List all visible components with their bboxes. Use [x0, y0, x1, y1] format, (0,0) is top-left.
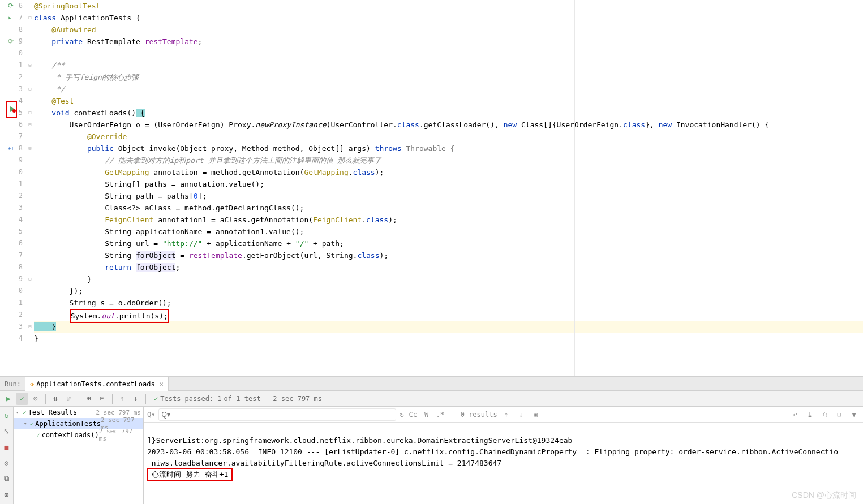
- line-number: 1: [19, 299, 23, 307]
- select-all-icon[interactable]: ▣: [530, 409, 542, 420]
- run-panel-label: Run:: [0, 380, 25, 388]
- show-passed-button[interactable]: ✓: [16, 393, 28, 405]
- line-number: 9: [19, 275, 23, 283]
- run-button[interactable]: ▶: [2, 393, 15, 405]
- line-number: 6: [19, 2, 23, 10]
- run-icon[interactable]: [9, 106, 16, 113]
- search-icon: Q▾: [147, 411, 155, 419]
- console-search-bar: Q▾ ↻ Cc W .* 0 results ↑ ↓ ▣ ↩ ⤓ ⎙: [144, 407, 863, 423]
- tree-method-row[interactable]: ✓ contextLoads() 2 sec 797 ms: [14, 429, 143, 441]
- fold-toggle[interactable]: ⊟: [26, 119, 34, 131]
- prev-button[interactable]: ↑: [116, 393, 128, 405]
- line-number: 2: [19, 73, 23, 81]
- soft-wrap-icon[interactable]: ↩: [789, 409, 801, 420]
- line-number: 9: [19, 37, 23, 45]
- line-number: 8: [19, 25, 23, 33]
- next-button[interactable]: ↓: [130, 393, 142, 405]
- check-icon: ✓: [36, 432, 40, 439]
- word-toggle[interactable]: W: [421, 409, 432, 420]
- fold-toggle[interactable]: ⊟: [26, 59, 34, 71]
- sort-button[interactable]: ⇅: [49, 393, 62, 405]
- pin-button[interactable]: ⎋: [1, 456, 13, 469]
- line-number: 4: [19, 216, 23, 223]
- side-toolbar: ↻ ⤡ ■ ⎋ ⧉ ⚙: [0, 407, 14, 504]
- highlighted-output: 心流时间 努力 奋斗+1: [147, 468, 233, 481]
- line-number: 3: [19, 204, 23, 212]
- line-number: 2: [19, 192, 23, 200]
- annotation: @SpringBootTest: [34, 2, 100, 10]
- line-number: 1: [19, 61, 23, 69]
- line-number: 0: [19, 287, 23, 295]
- sort-alpha-button[interactable]: ⇵: [63, 393, 75, 405]
- fold-column: ⊟ ⊟ ⊟ ⊟ ⊟ ⊟ ⊟ ⊟: [26, 0, 34, 376]
- toggle-button[interactable]: ⤡: [1, 425, 13, 437]
- line-gutter: 6⟳ 7▸ 8 9⟳ 0 1 2 3 4 5 6 7 8◈↑ 9 0 1 2 3…: [0, 0, 26, 376]
- fold-toggle[interactable]: ⊟: [26, 83, 34, 95]
- run-config-tab[interactable]: ⬗ ApplicationTests.contextLoads ×: [25, 377, 169, 391]
- history-button[interactable]: ⧉: [1, 472, 13, 485]
- rerun-button[interactable]: ↻: [1, 409, 13, 421]
- console-search-input[interactable]: [158, 408, 396, 421]
- check-icon: ✓: [23, 409, 27, 416]
- scroll-to-end-icon[interactable]: ⤓: [804, 409, 815, 420]
- svg-point-0: [12, 109, 16, 113]
- fold-toggle[interactable]: ⊟: [26, 321, 34, 333]
- settings-button[interactable]: ⚙: [1, 488, 13, 501]
- line-number: 4: [19, 97, 23, 105]
- line-number: 1: [19, 180, 23, 188]
- line-number: 6: [19, 120, 23, 128]
- line-number: 2: [19, 311, 23, 318]
- chevron-down-icon[interactable]: ▾: [16, 410, 23, 415]
- line-number: 8: [19, 144, 23, 152]
- clear-icon[interactable]: ⊟: [834, 409, 845, 420]
- line-number: 7: [19, 251, 23, 259]
- console-output[interactable]: ]}ServerList:org.springframework.cloud.n…: [144, 423, 863, 504]
- run-toolbar: ▶ ✓ ⊘ ⇅ ⇵ ⊞ ⊟ ↑ ↓ ✓ Tests passed: 1 of 1…: [0, 391, 863, 407]
- line-number: 7: [19, 132, 23, 140]
- line-number: 9: [19, 156, 23, 164]
- fold-toggle[interactable]: ⊟: [26, 143, 34, 154]
- code-editor[interactable]: @SpringBootTest class ApplicationTests {…: [34, 0, 863, 376]
- line-number: 0: [19, 49, 23, 57]
- fold-toggle[interactable]: ⊟: [26, 12, 34, 24]
- stop-button[interactable]: ■: [1, 441, 13, 453]
- filter-icon[interactable]: ▼: [848, 409, 860, 420]
- line-number: 0: [19, 168, 23, 176]
- console-panel: Q▾ ↻ Cc W .* 0 results ↑ ↓ ▣ ↩ ⤓ ⎙: [144, 407, 863, 504]
- chevron-down-icon[interactable]: ▾: [24, 421, 30, 427]
- line-number: 3: [19, 85, 23, 93]
- test-status: ✓ Tests passed: 1 of 1 test – 2 sec 797 …: [154, 395, 322, 403]
- check-icon: ✓: [30, 420, 34, 428]
- expand-all-button[interactable]: ⊞: [83, 393, 95, 405]
- next-match-icon[interactable]: ↓: [516, 409, 527, 420]
- line-number: 7: [19, 14, 23, 21]
- watermark: CSDN @心流时间: [792, 490, 856, 501]
- run-tab-name: ApplicationTests.contextLoads: [36, 380, 155, 388]
- case-toggle[interactable]: Cc: [407, 409, 419, 420]
- gutter-highlight-box: [6, 101, 17, 118]
- line-number: 3: [19, 322, 23, 330]
- line-number: 6: [19, 239, 23, 247]
- fold-toggle[interactable]: ⊟: [26, 107, 34, 119]
- line-number: 5: [19, 109, 23, 117]
- line-number: 8: [19, 263, 23, 271]
- reset-search-icon[interactable]: ↻: [400, 411, 403, 419]
- run-panel: Run: ⬗ ApplicationTests.contextLoads × ▶…: [0, 377, 863, 504]
- close-tab-icon[interactable]: ×: [160, 380, 164, 388]
- highlighted-print-line: System.System.out.println(s);: [70, 309, 169, 323]
- test-tree[interactable]: ▾ ✓ Test Results 2 sec 797 ms ▾ ✓ Applic…: [14, 407, 144, 504]
- test-tab-icon: ⬗: [30, 380, 34, 388]
- search-results-count: 0 results: [461, 411, 497, 419]
- line-number: 4: [19, 334, 23, 342]
- line-number: 5: [19, 227, 23, 235]
- prev-match-icon[interactable]: ↑: [501, 409, 512, 420]
- fold-toggle[interactable]: ⊟: [26, 273, 34, 285]
- regex-toggle[interactable]: .*: [435, 409, 446, 420]
- collapse-all-button[interactable]: ⊟: [96, 393, 109, 405]
- print-icon[interactable]: ⎙: [819, 409, 830, 420]
- check-icon: ✓: [154, 395, 158, 403]
- show-ignored-button[interactable]: ⊘: [29, 393, 42, 405]
